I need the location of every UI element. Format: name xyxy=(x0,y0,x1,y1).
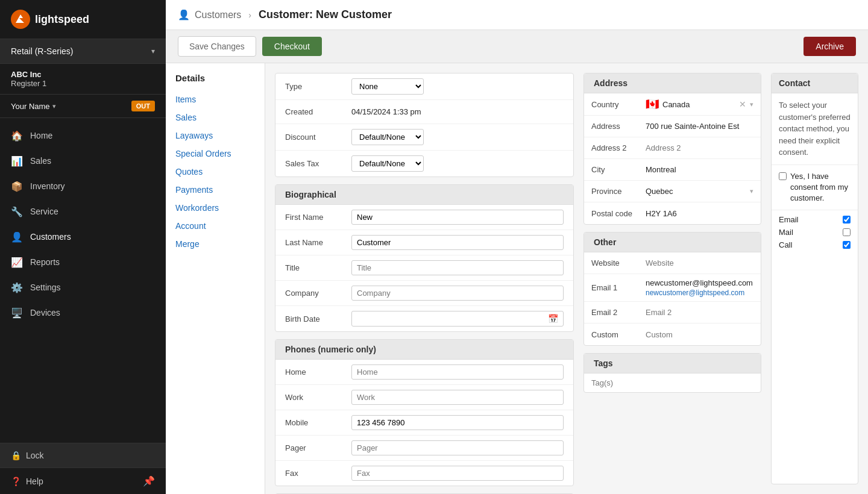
tags-header: Tags xyxy=(584,354,761,374)
email1-link[interactable]: newcustomer@lightspeed.com xyxy=(646,289,753,297)
discount-row: Discount Default/None xyxy=(275,124,573,151)
discount-label: Discount xyxy=(285,133,351,142)
created-value: 04/15/2024 1:33 pm xyxy=(351,107,564,116)
last-name-input[interactable] xyxy=(351,235,564,250)
country-value: Canada xyxy=(662,100,734,109)
sidebar-item-inventory[interactable]: 📦 Inventory xyxy=(0,174,166,199)
address2-input[interactable] xyxy=(646,143,753,152)
help-label: Help xyxy=(26,477,43,486)
subnav-title: Details xyxy=(166,73,265,90)
address-input[interactable] xyxy=(646,122,753,131)
customers-icon: 👤 xyxy=(11,231,23,243)
canada-flag-icon: 🇨🇦 xyxy=(646,98,659,111)
last-name-label: Last Name xyxy=(285,238,351,247)
subnav: Details Items Sales Layaways Special Ord… xyxy=(166,63,265,494)
type-select[interactable]: None Individual Company xyxy=(351,78,424,95)
consent-checkbox[interactable] xyxy=(779,172,787,180)
custom-input[interactable] xyxy=(646,330,753,339)
home-row: Home xyxy=(275,360,573,385)
work-row: Work xyxy=(275,385,573,410)
mobile-row: Mobile xyxy=(275,410,573,436)
consent-label: Yes, I have consent from my customer. xyxy=(790,171,851,204)
postal-input[interactable] xyxy=(646,209,753,218)
archive-button[interactable]: Archive xyxy=(804,37,856,56)
country-selector: 🇨🇦 Canada ✕ ▾ xyxy=(646,98,753,111)
phones-header: Phones (numeric only) xyxy=(275,340,573,360)
company-label: Company xyxy=(285,289,351,298)
contact-header: Contact xyxy=(772,73,858,93)
call-opt-checkbox[interactable] xyxy=(843,241,851,249)
user-name-button[interactable]: Your Name ▾ xyxy=(11,102,56,111)
subnav-item-special-orders[interactable]: Special Orders xyxy=(166,145,265,163)
sidebar-item-service[interactable]: 🔧 Service xyxy=(0,199,166,224)
email2-label: Email 2 xyxy=(591,308,646,317)
custom-label: Custom xyxy=(591,330,646,339)
save-changes-button[interactable]: Save Changes xyxy=(178,36,256,57)
website-input[interactable] xyxy=(646,258,753,267)
email1-input[interactable] xyxy=(646,278,753,287)
subnav-item-layaways[interactable]: Layaways xyxy=(166,127,265,145)
breadcrumb-parent[interactable]: Customers xyxy=(195,10,241,20)
province-select[interactable]: Quebec Ontario British Columbia Alberta xyxy=(646,187,747,196)
province-selector: Quebec Ontario British Columbia Alberta … xyxy=(646,187,753,196)
consent-row: Yes, I have consent from my customer. xyxy=(772,165,858,211)
store-selector[interactable]: Retail (R-Series) ▾ xyxy=(0,39,166,64)
sidebar-item-home[interactable]: 🏠 Home xyxy=(0,123,166,148)
sidebar-item-devices[interactable]: 🖥️ Devices xyxy=(0,300,166,325)
sales-tax-row: Sales Tax Default/None xyxy=(275,151,573,177)
lock-button[interactable]: 🔒 Lock xyxy=(0,443,166,467)
logo-area: lightspeed xyxy=(0,0,166,39)
home-phone-input[interactable] xyxy=(351,364,564,380)
mobile-phone-input[interactable] xyxy=(351,415,564,430)
tags-input[interactable] xyxy=(584,374,761,392)
birth-date-wrap: 📅 xyxy=(351,311,564,327)
birth-date-input[interactable] xyxy=(357,314,548,324)
other-header: Other xyxy=(584,233,761,252)
checkout-button[interactable]: Checkout xyxy=(262,37,322,56)
subnav-item-account[interactable]: Account xyxy=(166,217,265,235)
right-column: Address Country 🇨🇦 Canada ✕ ▾ Address xyxy=(583,73,761,484)
country-label: Country xyxy=(591,100,646,109)
sidebar-item-reports[interactable]: 📈 Reports xyxy=(0,249,166,275)
work-phone-input[interactable] xyxy=(351,390,564,405)
first-name-input[interactable] xyxy=(351,210,564,225)
city-input[interactable] xyxy=(646,165,753,174)
company-input[interactable] xyxy=(351,286,564,301)
help-icon: ❓ xyxy=(11,477,21,486)
subnav-item-sales[interactable]: Sales xyxy=(166,108,265,127)
sidebar-item-sales[interactable]: 📊 Sales xyxy=(0,148,166,174)
main-content: 👤 Customers › Customer: New Customer Sav… xyxy=(166,0,868,494)
sales-tax-select[interactable]: Default/None xyxy=(351,155,424,172)
company-row: Company xyxy=(275,281,573,306)
pager-label: Pager xyxy=(285,443,351,452)
type-label: Type xyxy=(285,82,351,91)
discount-select[interactable]: Default/None xyxy=(351,129,424,145)
mail-opt-label: Mail xyxy=(779,228,793,237)
sidebar-item-settings[interactable]: ⚙️ Settings xyxy=(0,275,166,300)
form-area: Type None Individual Company Created 04/… xyxy=(265,63,868,494)
country-clear-button[interactable]: ✕ xyxy=(739,99,746,109)
subnav-item-quotes[interactable]: Quotes xyxy=(166,163,265,181)
email-opt-label: Email xyxy=(779,215,799,224)
address2-row: Address 2 xyxy=(584,137,761,159)
email2-input[interactable] xyxy=(646,308,753,317)
pager-input[interactable] xyxy=(351,440,564,455)
subnav-item-payments[interactable]: Payments xyxy=(166,181,265,199)
call-opt-label: Call xyxy=(779,240,792,249)
province-row: Province Quebec Ontario British Columbia… xyxy=(584,181,761,202)
subnav-item-merge[interactable]: Merge xyxy=(166,235,265,253)
company-name: ABC Inc xyxy=(11,70,155,79)
fax-input[interactable] xyxy=(351,466,564,481)
phones-section: Phones (numeric only) Home Work Mobile xyxy=(275,339,574,486)
email-opt-checkbox[interactable] xyxy=(843,216,851,224)
help-button[interactable]: ❓ Help xyxy=(11,477,43,486)
sidebar-item-customers[interactable]: 👤 Customers xyxy=(0,224,166,249)
subnav-item-items[interactable]: Items xyxy=(166,90,265,108)
mail-opt-checkbox[interactable] xyxy=(843,228,851,236)
store-name: Retail (R-Series) xyxy=(11,46,73,56)
tags-card: Tags xyxy=(583,353,761,393)
website-row: Website xyxy=(584,252,761,274)
title-input[interactable] xyxy=(351,260,564,275)
home-label: Home xyxy=(285,367,351,377)
subnav-item-workorders[interactable]: Workorders xyxy=(166,199,265,217)
